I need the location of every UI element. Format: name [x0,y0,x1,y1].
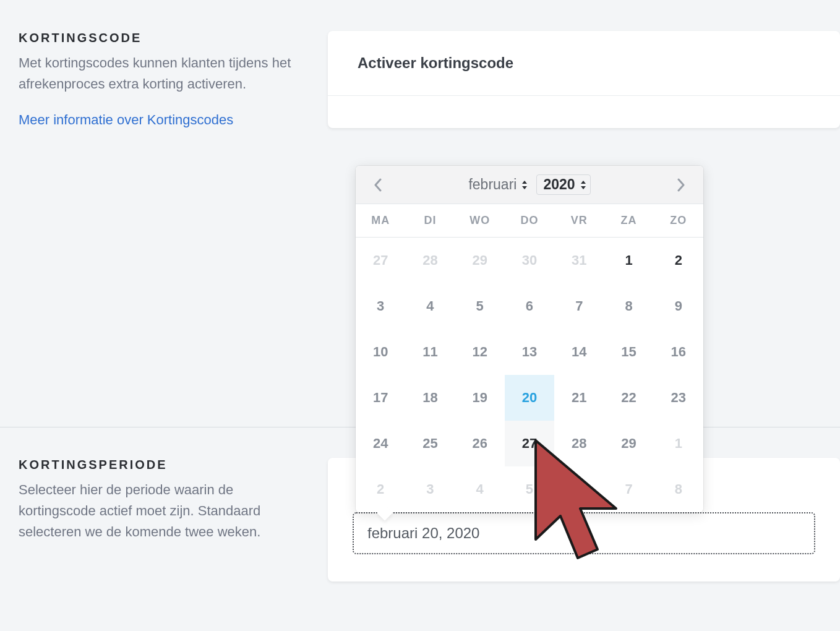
calendar-day[interactable]: 13 [505,329,554,375]
prev-month-button[interactable] [368,175,388,195]
calendar-day[interactable]: 5 [505,466,554,512]
month-select[interactable]: februari [468,176,528,193]
kortingscode-desc: Met kortingscodes kunnen klanten tijdens… [19,53,303,95]
calendar-day[interactable]: 27 [505,421,554,466]
weekday-label: ZA [604,204,653,237]
year-spinner-icon [580,180,586,190]
calendar-day[interactable]: 24 [356,421,405,466]
kortingscode-info-link[interactable]: Meer informatie over Kortingscodes [19,112,233,127]
chevron-left-icon [373,178,383,192]
start-date-input[interactable] [353,512,815,554]
calendar-day[interactable]: 31 [554,238,604,283]
calendar-day[interactable]: 10 [356,329,405,375]
calendar-day[interactable]: 1 [654,421,703,466]
calendar-day[interactable]: 1 [604,238,653,283]
chevron-right-icon [676,178,686,192]
calendar-day[interactable]: 28 [405,238,455,283]
calendar-day[interactable]: 29 [455,238,505,283]
date-picker-popover: februari 2020 MADIWODOVRZAZO 27282930311… [356,166,703,512]
activeer-card: Activeer kortingscode [328,31,840,128]
calendar-day[interactable]: 5 [455,283,505,329]
calendar-day[interactable]: 9 [654,283,703,329]
activeer-card-title: Activeer kortingscode [328,31,840,96]
calendar-day[interactable]: 6 [505,283,554,329]
calendar-day[interactable]: 2 [654,238,703,283]
calendar-day[interactable]: 25 [405,421,455,466]
calendar-day[interactable]: 30 [505,238,554,283]
calendar-day[interactable]: 17 [356,375,405,421]
calendar-day[interactable]: 14 [554,329,604,375]
kortingsperiode-heading: KORTINGSPERIODE [19,458,303,472]
weekday-label: DO [505,204,554,237]
weekday-label: MA [356,204,405,237]
calendar-day[interactable]: 23 [654,375,703,421]
calendar-day[interactable]: 7 [554,283,604,329]
calendar-day[interactable]: 21 [554,375,604,421]
month-spinner-icon [521,180,528,190]
month-label: februari [468,176,516,193]
calendar-day[interactable]: 29 [604,421,653,466]
year-label: 2020 [543,176,575,193]
calendar-day[interactable]: 7 [604,466,653,512]
calendar-day[interactable]: 20 [505,375,554,421]
next-month-button[interactable] [671,175,691,195]
weekday-label: ZO [654,204,703,237]
calendar-day[interactable]: 19 [455,375,505,421]
calendar-day[interactable]: 3 [356,283,405,329]
calendar-day[interactable]: 16 [654,329,703,375]
calendar-day[interactable]: 6 [554,466,604,512]
calendar-day[interactable]: 4 [455,466,505,512]
calendar-day[interactable]: 8 [604,283,653,329]
calendar-day[interactable]: 22 [604,375,653,421]
calendar-day[interactable]: 12 [455,329,505,375]
kortingscode-heading: KORTINGSCODE [19,31,303,45]
calendar-day[interactable]: 28 [554,421,604,466]
weekday-label: DI [405,204,455,237]
calendar-day[interactable]: 3 [405,466,455,512]
kortingsperiode-desc: Selecteer hier de periode waarin de kort… [19,479,303,543]
weekday-label: WO [455,204,505,237]
weekday-label: VR [554,204,604,237]
calendar-day[interactable]: 11 [405,329,455,375]
year-select[interactable]: 2020 [536,174,590,195]
calendar-day[interactable]: 4 [405,283,455,329]
calendar-day[interactable]: 2 [356,466,405,512]
calendar-day[interactable]: 15 [604,329,653,375]
calendar-day[interactable]: 26 [455,421,505,466]
calendar-day[interactable]: 8 [654,466,703,512]
calendar-day[interactable]: 18 [405,375,455,421]
calendar-day[interactable]: 27 [356,238,405,283]
